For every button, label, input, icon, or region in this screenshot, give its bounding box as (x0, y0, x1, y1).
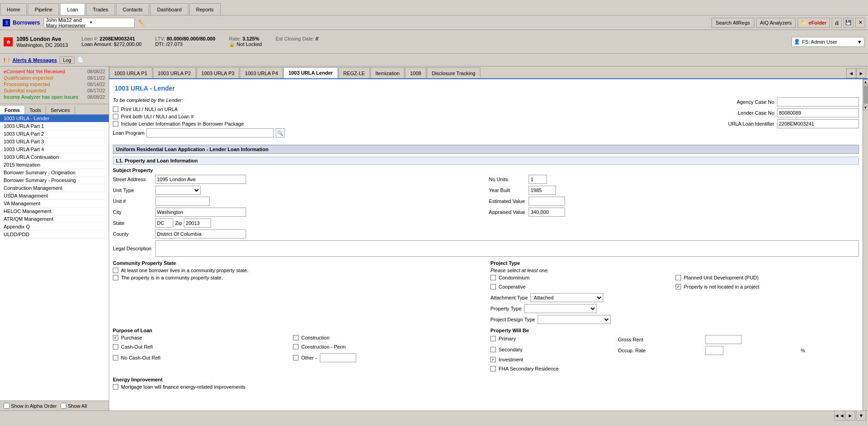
project-design-select[interactable] (538, 315, 611, 324)
list-item-borrower-proc[interactable]: Borrower Summary - Processing (0, 177, 109, 184)
aiq-analyzers-button[interactable]: AIQ Analyzers (756, 18, 796, 28)
tab-urla-p1[interactable]: 1003 URLA P1 (109, 67, 152, 78)
tab-services[interactable]: Services (46, 106, 75, 114)
condominium-checkbox[interactable] (490, 275, 496, 280)
alert-text[interactable]: eConsent Not Yet Received (4, 69, 65, 74)
attachment-type-select[interactable]: Attached (530, 293, 603, 302)
include-lender-label[interactable]: Include Lender Information Pages in Borr… (121, 121, 244, 127)
tab-tools[interactable]: Tools (25, 106, 46, 114)
scroll-up-arrow[interactable]: ▲ (863, 79, 868, 85)
show-all-checkbox[interactable] (61, 403, 66, 409)
purchase-label[interactable]: Purchase (121, 335, 142, 340)
occup-rate-input[interactable] (705, 346, 723, 355)
construction-label[interactable]: Construction (301, 335, 329, 340)
property-type-select[interactable] (524, 304, 597, 313)
bottom-btn-3[interactable]: ▼ (856, 411, 866, 421)
community-check2-checkbox[interactable] (113, 275, 118, 280)
no-cash-out-label[interactable]: No Cash-Out Refi (121, 355, 161, 360)
estimated-value-input[interactable] (529, 197, 565, 206)
list-item-urla-lender[interactable]: 1003 URLA - Lender (0, 115, 109, 122)
list-item-atrqm[interactable]: ATR/QM Management (0, 215, 109, 223)
print-uli-checkbox[interactable] (113, 106, 118, 112)
investment-label[interactable]: Investment (499, 357, 523, 362)
scroll-right-icon[interactable]: ► (856, 68, 866, 78)
list-item-urla-p4[interactable]: 1003 URLA Part 4 (0, 146, 109, 153)
tab-regz-le[interactable]: REGZ-LE (338, 67, 370, 78)
tab-pipeline[interactable]: Pipeline (28, 3, 59, 15)
no-cash-out-checkbox[interactable] (113, 355, 118, 360)
unit-type-select[interactable] (155, 186, 201, 195)
other-input[interactable] (320, 353, 356, 362)
document-icon[interactable]: 📄 (77, 57, 84, 63)
alert-text[interactable]: Submittal expected (4, 88, 46, 93)
county-input[interactable] (155, 229, 246, 238)
agency-case-input[interactable] (777, 97, 859, 106)
log-button[interactable]: Log (60, 56, 74, 64)
right-scrollbar[interactable]: ▲ ▼ (863, 79, 868, 411)
appraised-value-input[interactable] (529, 208, 565, 217)
list-item-urla-cont[interactable]: 1003 URLA Continuation (0, 153, 109, 161)
urla-loan-id-input[interactable] (777, 119, 859, 128)
print-both-label[interactable]: Print both ULI / NULI and Loan # (121, 114, 194, 119)
other-label[interactable]: Other - (301, 355, 317, 360)
construction-checkbox[interactable] (293, 335, 298, 340)
scroll-thumb[interactable] (863, 86, 868, 104)
tab-urla-lender[interactable]: 1003 URLA Lender (283, 67, 338, 78)
cash-out-refi-label[interactable]: Cash-Out Refi (121, 344, 153, 350)
list-item-itemization[interactable]: 2015 Itemization (0, 161, 109, 169)
lender-case-input[interactable] (777, 108, 859, 117)
tab-reports[interactable]: Reports (189, 3, 221, 15)
tab-urla-p3[interactable]: 1003 URLA P3 (197, 67, 240, 78)
zip-input[interactable] (184, 218, 211, 228)
planned-unit-checkbox[interactable] (676, 275, 681, 280)
fs-user-dropdown[interactable]: 👤 FS: Admin User ▼ (792, 37, 864, 47)
cooperative-checkbox[interactable] (490, 284, 496, 289)
list-item-appendix[interactable]: Appendix Q (0, 223, 109, 231)
list-item-construction[interactable]: Construction Management (0, 184, 109, 192)
construction-perm-checkbox[interactable] (293, 344, 298, 350)
tab-1008[interactable]: 1008 (405, 67, 426, 78)
print-both-checkbox[interactable] (113, 114, 118, 119)
alert-text[interactable]: Qualification expected (4, 75, 53, 81)
secondary-checkbox[interactable] (490, 347, 496, 352)
city-input[interactable] (155, 208, 246, 217)
fha-label[interactable]: FHA Secondary Residence (499, 366, 559, 371)
tab-loan[interactable]: Loan (60, 3, 85, 15)
energy-checkbox[interactable] (113, 384, 118, 390)
list-item-urla-p2[interactable]: 1003 URLA Part 2 (0, 130, 109, 138)
tab-contacts[interactable]: Contacts (116, 3, 149, 15)
tab-trades[interactable]: Trades (86, 3, 115, 15)
year-built-input[interactable] (529, 186, 556, 195)
tab-home[interactable]: Home (0, 3, 27, 15)
print-uli-label[interactable]: Print ULI / NULI on URLA (121, 106, 178, 112)
cooperative-label[interactable]: Cooperative (499, 284, 525, 289)
show-all-label[interactable]: Show All (61, 403, 87, 409)
tab-forms[interactable]: Forms (0, 106, 25, 114)
tab-dashboard[interactable]: Dashboard (150, 3, 188, 15)
construction-perm-label[interactable]: Construction - Perm (301, 344, 346, 350)
planned-unit-label[interactable]: Planned Unit Development (PUD) (684, 275, 758, 280)
alert-text[interactable]: Income Analyzer has open issues (4, 94, 78, 100)
scroll-down-arrow[interactable]: ▼ (863, 105, 868, 110)
bottom-btn-2[interactable]: ► (845, 411, 855, 421)
list-item-uldd[interactable]: ULDD/PDD (0, 231, 109, 238)
tab-urla-p2[interactable]: 1003 URLA P2 (153, 67, 196, 78)
tab-itemization[interactable]: Itemization (370, 67, 404, 78)
legal-desc-textarea[interactable] (155, 240, 859, 257)
close-icon[interactable]: ✕ (855, 18, 865, 28)
tab-urla-p4[interactable]: 1003 URLA P4 (240, 67, 283, 78)
primary-label[interactable]: Primary (499, 336, 516, 341)
alert-text[interactable]: Processing expected (4, 81, 50, 87)
investment-checkbox[interactable] (490, 357, 496, 362)
fha-checkbox[interactable] (490, 366, 496, 371)
print-icon[interactable]: 🖨 (832, 18, 842, 28)
loan-program-input[interactable] (146, 128, 274, 137)
primary-checkbox[interactable] (490, 336, 496, 341)
bottom-btn-1[interactable]: ◄◄ (834, 411, 844, 421)
list-item-va[interactable]: VA Management (0, 200, 109, 208)
state-input[interactable] (155, 218, 173, 228)
include-lender-checkbox[interactable] (113, 121, 118, 127)
gross-rent-input[interactable] (705, 335, 742, 344)
borrower-selector[interactable]: John Mia12 and Mary Homeowner ▼ (44, 18, 135, 28)
no-units-input[interactable] (529, 175, 547, 184)
